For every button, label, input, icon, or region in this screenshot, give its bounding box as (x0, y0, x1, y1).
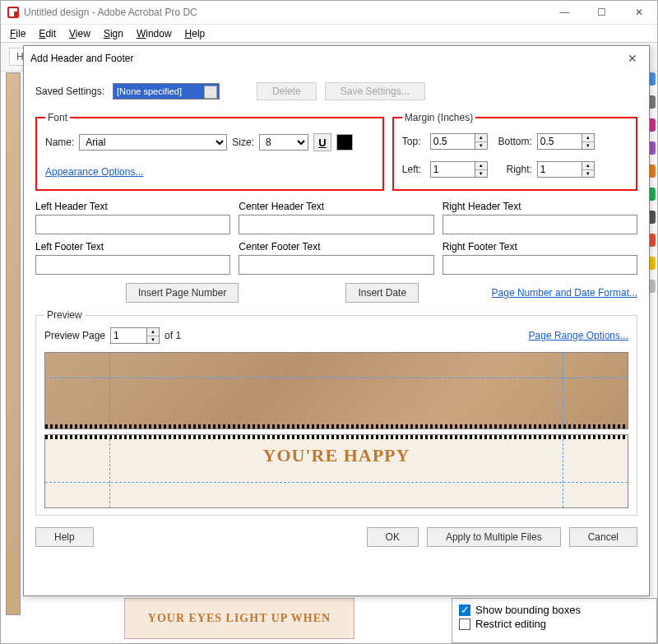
spin-up-icon[interactable]: ▲ (475, 134, 487, 142)
document-preview-text: YOUR EYES LIGHT UP WHEN (124, 598, 354, 639)
show-bounding-checkbox[interactable]: ✓ (459, 605, 470, 616)
left-header-input[interactable] (35, 215, 230, 234)
margin-group: Margin (Inches) Top: ▲▼ Bottom: ▲▼ Left:… (392, 112, 637, 191)
help-button[interactable]: Help (35, 527, 94, 547)
header-footer-dialog: Add Header and Footer ✕ Saved Settings: … (23, 45, 650, 596)
left-footer-label: Left Footer Text (35, 241, 230, 253)
left-header-label: Left Header Text (35, 201, 230, 212)
margin-bottom-label: Bottom: (493, 136, 532, 147)
saved-settings-label: Saved Settings: (35, 86, 104, 97)
menu-view[interactable]: View (63, 26, 96, 41)
margin-legend: Margin (Inches) (402, 112, 475, 123)
margin-left-input[interactable]: ▲▼ (430, 161, 488, 178)
side-panel: ✓Show bounding boxes Restrict editing (452, 598, 657, 643)
page-range-options-link[interactable]: Page Range Options... (529, 330, 628, 341)
apply-multiple-button[interactable]: Apply to Multiple Files (427, 527, 561, 547)
menu-window[interactable]: Window (131, 26, 178, 41)
ok-button[interactable]: OK (367, 527, 419, 547)
preview-page-label: Preview Page (44, 330, 105, 341)
underline-button[interactable]: U (313, 133, 331, 151)
saved-settings-select[interactable]: [None specified] (113, 83, 220, 100)
font-group: Font Name: Arial Size: 8 U Appearance Op… (35, 112, 384, 191)
right-header-label: Right Header Text (443, 201, 637, 212)
preview-legend: Preview (44, 309, 85, 321)
dialog-titlebar: Add Header and Footer ✕ (24, 46, 649, 71)
right-header-input[interactable] (443, 215, 637, 234)
font-size-select[interactable]: 8 (259, 134, 308, 151)
dialog-title: Add Header and Footer (30, 53, 133, 64)
margin-top-input[interactable]: ▲▼ (430, 133, 488, 150)
margin-left-label: Left: (402, 164, 425, 175)
preview-page-input[interactable]: ▲▼ (110, 327, 160, 344)
insert-date-button[interactable]: Insert Date (345, 283, 419, 303)
font-name-label: Name: (45, 137, 74, 148)
save-settings-button[interactable]: Save Settings... (325, 82, 425, 100)
insert-page-number-button[interactable]: Insert Page Number (126, 283, 239, 303)
maximize-button[interactable]: ☐ (583, 1, 620, 25)
preview-header-pane (44, 352, 628, 429)
center-header-input[interactable] (239, 215, 433, 234)
window-title: Untitled design - Adobe Acrobat Pro DC (24, 7, 197, 18)
app-logo-icon (7, 7, 19, 18)
preview-group: Preview Preview Page ▲▼ of 1 Page Range … (35, 309, 637, 516)
cancel-button[interactable]: Cancel (569, 527, 637, 547)
left-footer-input[interactable] (35, 255, 230, 275)
document-strip (6, 72, 21, 615)
dialog-close-icon[interactable]: ✕ (623, 50, 642, 67)
spin-down-icon[interactable]: ▼ (475, 142, 487, 150)
restrict-editing-label: Restrict editing (475, 618, 546, 630)
menubar: File Edit View Sign Window Help (1, 25, 657, 43)
delete-button[interactable]: Delete (257, 82, 317, 100)
spin-down-icon[interactable]: ▼ (582, 142, 594, 150)
spin-down-icon[interactable]: ▼ (582, 170, 594, 178)
page-number-date-format-link[interactable]: Page Number and Date Format... (492, 287, 637, 299)
menu-edit[interactable]: Edit (33, 26, 62, 41)
spin-up-icon[interactable]: ▲ (582, 162, 594, 170)
margin-top-label: Top: (402, 136, 425, 147)
font-name-select[interactable]: Arial (79, 134, 227, 151)
menu-sign[interactable]: Sign (98, 26, 129, 41)
close-button[interactable]: ✕ (620, 1, 657, 25)
preview-footer-pane: YOU'RE HAPPY (44, 434, 628, 508)
restrict-editing-checkbox[interactable] (459, 619, 470, 630)
spin-down-icon[interactable]: ▼ (475, 170, 487, 178)
spin-up-icon[interactable]: ▲ (147, 328, 159, 336)
margin-bottom-input[interactable]: ▲▼ (537, 133, 595, 150)
appearance-options-link[interactable]: Appearance Options... (45, 166, 143, 178)
spin-up-icon[interactable]: ▲ (475, 162, 487, 170)
font-color-button[interactable] (336, 134, 353, 151)
margin-right-label: Right: (493, 164, 532, 175)
right-footer-input[interactable] (443, 255, 637, 275)
titlebar: Untitled design - Adobe Acrobat Pro DC —… (1, 1, 657, 25)
spin-down-icon[interactable]: ▼ (147, 336, 159, 344)
margin-right-input[interactable]: ▲▼ (537, 161, 595, 178)
font-legend: Font (45, 112, 70, 123)
center-footer-input[interactable] (239, 255, 433, 275)
show-bounding-label: Show bounding boxes (475, 604, 581, 616)
bottom-peek: YOUR EYES LIGHT UP WHEN ✓Show bounding b… (124, 598, 657, 643)
right-footer-label: Right Footer Text (443, 241, 637, 253)
menu-help[interactable]: Help (179, 26, 211, 41)
spin-up-icon[interactable]: ▲ (582, 134, 594, 142)
center-header-label: Center Header Text (239, 201, 433, 212)
preview-footer-text: YOU'RE HAPPY (263, 445, 410, 466)
minimize-button[interactable]: — (546, 1, 583, 25)
menu-file[interactable]: File (4, 26, 31, 41)
center-footer-label: Center Footer Text (239, 241, 433, 253)
preview-of-label: of 1 (164, 330, 181, 341)
font-size-label: Size: (232, 137, 254, 148)
